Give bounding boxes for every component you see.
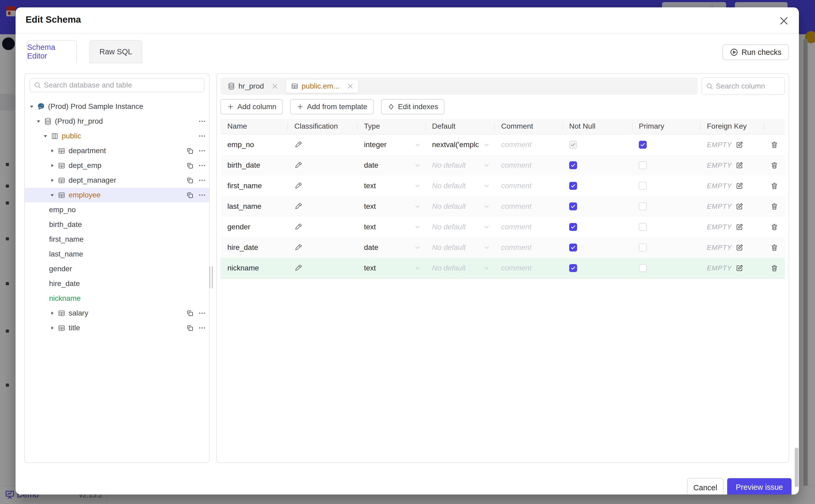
more-icon[interactable] [198, 324, 206, 332]
edit-foreign-key-icon[interactable] [736, 264, 744, 272]
pencil-icon[interactable] [294, 141, 302, 149]
not-null-checkbox[interactable] [569, 182, 577, 190]
tree-item[interactable]: nickname [25, 291, 209, 306]
caret-down-icon[interactable] [42, 133, 49, 139]
caret-down-icon[interactable] [49, 192, 55, 198]
primary-checkbox[interactable] [639, 202, 647, 210]
type-select[interactable]: date [357, 243, 425, 252]
tree-item[interactable]: last_name [25, 247, 209, 261]
default-select[interactable]: No default [425, 202, 494, 211]
trash-icon[interactable] [770, 161, 778, 169]
more-icon[interactable] [198, 162, 206, 169]
copy-icon[interactable] [186, 324, 194, 332]
panel-resize-handle[interactable] [209, 266, 213, 288]
caret-right-icon[interactable] [49, 310, 55, 316]
default-select[interactable]: No default [425, 223, 494, 231]
tree-item[interactable]: salary [25, 306, 209, 321]
more-icon[interactable] [198, 309, 206, 317]
preview-issue-button[interactable]: Preview issue [727, 478, 792, 495]
run-checks-button[interactable]: Run checks [722, 44, 789, 60]
tree-item[interactable]: dept_emp [25, 158, 209, 173]
type-select[interactable]: date [357, 161, 425, 169]
tree-item[interactable]: birth_date [25, 217, 209, 232]
tree-item[interactable]: employee [25, 188, 209, 202]
column-search-input[interactable] [716, 82, 781, 90]
caret-right-icon[interactable] [49, 148, 55, 154]
not-null-checkbox[interactable] [569, 141, 577, 149]
more-icon[interactable] [198, 176, 206, 184]
close-icon[interactable] [778, 15, 789, 26]
edit-foreign-key-icon[interactable] [736, 141, 744, 149]
default-select[interactable]: No default [425, 243, 494, 252]
not-null-checkbox[interactable] [569, 202, 577, 210]
copy-icon[interactable] [186, 147, 194, 155]
primary-checkbox[interactable] [639, 244, 647, 251]
tree-item[interactable]: public [25, 129, 209, 143]
tree-item[interactable]: dept_manager [25, 173, 209, 188]
type-select[interactable]: text [357, 264, 425, 272]
trash-icon[interactable] [770, 264, 778, 272]
tree-search-input[interactable] [44, 81, 200, 89]
more-icon[interactable] [198, 147, 206, 155]
pencil-icon[interactable] [294, 202, 302, 210]
edit-foreign-key-icon[interactable] [736, 244, 744, 251]
more-icon[interactable] [198, 191, 206, 199]
tree-item[interactable]: emp_no [25, 202, 209, 217]
comment-input[interactable]: comment [494, 223, 562, 231]
column-name-cell[interactable]: first_name [220, 182, 287, 190]
tree-item[interactable]: hire_date [25, 276, 209, 291]
tab-chip-hr-prod[interactable]: hr_prod [223, 79, 283, 93]
tree-item[interactable]: (Prod) hr_prod [25, 114, 209, 129]
add-column-button[interactable]: Add column [220, 99, 283, 114]
default-select[interactable]: No default [425, 161, 494, 169]
column-name-cell[interactable]: emp_no [220, 140, 287, 149]
caret-down-icon[interactable] [28, 103, 35, 110]
column-name-cell[interactable]: hire_date [220, 243, 287, 252]
pencil-icon[interactable] [294, 244, 302, 251]
more-icon[interactable] [198, 132, 206, 140]
column-name-cell[interactable]: last_name [220, 202, 287, 211]
edit-foreign-key-icon[interactable] [736, 223, 744, 231]
type-select[interactable]: text [357, 223, 425, 231]
caret-right-icon[interactable] [49, 177, 55, 183]
copy-icon[interactable] [186, 176, 194, 184]
comment-input[interactable]: comment [494, 182, 562, 190]
type-select[interactable]: text [357, 202, 425, 211]
edit-foreign-key-icon[interactable] [736, 161, 744, 169]
add-from-template-button[interactable]: Add from template [290, 99, 374, 114]
cancel-button[interactable]: Cancel [687, 478, 724, 495]
tab-schema-editor[interactable]: Schema Editor [27, 40, 77, 63]
primary-checkbox[interactable] [639, 141, 647, 149]
comment-input[interactable]: comment [494, 264, 562, 272]
trash-icon[interactable] [770, 202, 778, 210]
pencil-icon[interactable] [294, 182, 302, 190]
modal-scrollbar[interactable] [795, 448, 798, 487]
caret-right-icon[interactable] [49, 325, 55, 331]
trash-icon[interactable] [770, 244, 778, 251]
comment-input[interactable]: comment [494, 140, 562, 149]
tree-item[interactable]: gender [25, 261, 209, 276]
trash-icon[interactable] [770, 182, 778, 190]
caret-right-icon[interactable] [49, 162, 55, 169]
primary-checkbox[interactable] [639, 182, 647, 190]
default-select[interactable]: nextval('employ [425, 140, 494, 149]
type-select[interactable]: integer [357, 140, 425, 149]
edit-foreign-key-icon[interactable] [736, 202, 744, 210]
tab-chip-public-employee[interactable]: public.em... [286, 79, 359, 93]
edit-foreign-key-icon[interactable] [736, 182, 744, 190]
trash-icon[interactable] [770, 141, 778, 149]
copy-icon[interactable] [186, 191, 194, 199]
tree-item[interactable]: (Prod) Prod Sample Instance [25, 99, 209, 114]
copy-icon[interactable] [186, 162, 194, 169]
tree-item[interactable]: department [25, 143, 209, 158]
pencil-icon[interactable] [294, 264, 302, 272]
tab-raw-sql[interactable]: Raw SQL [89, 40, 142, 63]
not-null-checkbox[interactable] [569, 161, 577, 169]
caret-down-icon[interactable] [35, 118, 42, 124]
column-name-cell[interactable]: nickname [220, 264, 287, 272]
comment-input[interactable]: comment [494, 161, 562, 169]
close-icon[interactable] [347, 83, 354, 90]
primary-checkbox[interactable] [639, 161, 647, 169]
type-select[interactable]: text [357, 182, 425, 190]
more-icon[interactable] [198, 117, 206, 125]
